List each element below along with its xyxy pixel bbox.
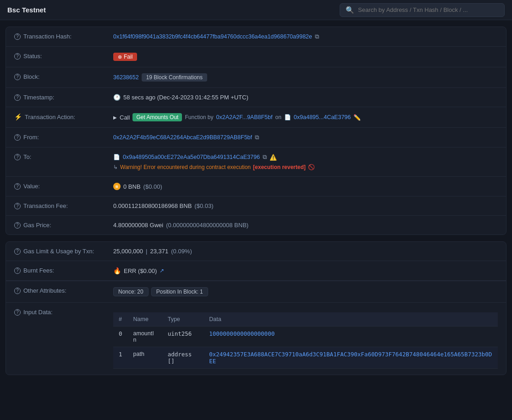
block-number[interactable]: 36238652 (113, 74, 139, 81)
help-icon: ? (14, 309, 21, 316)
from-row: ? From: 0x2A2A2F4b59eC68A2264AbcaE2d9BB8… (6, 128, 506, 147)
help-icon: ? (14, 183, 21, 190)
help-icon: ? (14, 53, 21, 60)
help-icon: ? (14, 134, 21, 141)
help-icon: ? (14, 222, 21, 229)
search-icon: 🔍 (346, 6, 354, 14)
status-value: ⊗ Fail (113, 53, 498, 61)
tx-fee-value: 0.000112180800186968 BNB ($0.03) (113, 202, 498, 209)
from-address[interactable]: 0x2A2A2F4b59eC68A2264AbcaE2d9BB8729AB8F5… (113, 134, 252, 141)
timestamp-label: ? Timestamp: (14, 94, 106, 101)
warning-row: ↳ Warning! Error encountered during cont… (113, 164, 498, 170)
warning-arrow-icon: ↳ (113, 164, 118, 170)
from-value: 0x2A2A2F4b59eC68A2264AbcaE2d9BB8729AB8F5… (113, 134, 498, 141)
cell-index: 1 (113, 347, 128, 369)
table-row: 1 path address[] 0x24942357E3A688ACE7C39… (113, 347, 498, 369)
value-row: ? Value: B 0 BNB ($0.00) (6, 177, 506, 196)
search-input[interactable] (358, 6, 499, 13)
help-icon: ? (14, 154, 21, 160)
value-value: B 0 BNB ($0.00) (113, 183, 498, 190)
gas-price-value: 4.800000008 Gwei (0.000000004800000008 B… (113, 222, 498, 229)
help-icon: ? (14, 33, 21, 40)
warning-triangle-icon: ⚠️ (270, 154, 277, 161)
contract-icon: 📄 (113, 154, 120, 160)
help-icon: ? (14, 94, 21, 101)
table-row: 0 amountIn uint256 1000000000000000000 (113, 327, 498, 347)
logo: Bsc Testnet (7, 6, 46, 14)
tx-hash-row: ? Transaction Hash: 0x1f64f098f9041a3832… (6, 27, 506, 47)
header: Bsc Testnet 🔍 (0, 0, 512, 20)
gas-limit-label: ? Gas Limit & Usage by Txn: (14, 248, 106, 255)
external-link-icon[interactable]: ↗ (160, 267, 164, 274)
status-fail-badge: ⊗ Fail (113, 53, 137, 61)
edit-icon[interactable]: ✏️ (353, 114, 361, 121)
cell-index: 0 (113, 327, 128, 347)
col-data: Data (204, 312, 498, 327)
gas-price-label: ? Gas Price: (14, 222, 106, 229)
tx-hash-value: 0x1f64f098f9041a3832b9fc4f4cb64477fba947… (113, 33, 498, 40)
tx-action-from-addr[interactable]: 0x2A2A2F...9AB8F5bf (216, 114, 273, 120)
to-row: ? To: 📄 0x9a489505a00cE272eAa5e07Dba6491… (6, 147, 506, 177)
help-icon: ? (14, 267, 21, 274)
status-label: ? Status: (14, 53, 106, 60)
other-attr-row: ? Other Attributes: Nonce: 20 Position I… (6, 281, 506, 303)
transaction-details-card: ? Transaction Hash: 0x1f64f098f9041a3832… (6, 27, 506, 235)
from-label: ? From: (14, 134, 106, 141)
position-badge: Position In Block: 1 (151, 287, 208, 296)
timestamp-row: ? Timestamp: 🕐 58 secs ago (Dec-24-2023 … (6, 88, 506, 107)
execution-reverted-text: [execution reverted] (253, 164, 306, 170)
help-icon: ? (14, 74, 21, 80)
tx-action-value: ▶ Call Get Amounts Out Function by 0x2A2… (113, 113, 498, 121)
tx-fee-row: ? Transaction Fee: 0.000112180800186968 … (6, 196, 506, 216)
other-attr-value: Nonce: 20 Position In Block: 1 (113, 287, 498, 296)
burnt-fees-value: 🔥 ERR ($0.00) ↗ (113, 267, 498, 274)
cell-name: amountIn (128, 327, 162, 347)
block-value: 36238652 19 Block Confirmations (113, 73, 498, 82)
help-icon: ? (14, 248, 21, 255)
clock-icon: 🕐 (113, 94, 121, 101)
status-row: ? Status: ⊗ Fail (6, 47, 506, 67)
revert-icon: 🚫 (308, 164, 315, 170)
gas-price-row: ? Gas Price: 4.800000008 Gwei (0.0000000… (6, 216, 506, 235)
input-data-table: # Name Type Data 0 amountIn uint256 1000… (113, 312, 498, 369)
nonce-badge: Nonce: 20 (113, 287, 149, 296)
input-data-label: ? Input Data: (14, 309, 106, 316)
to-value-block: 📄 0x9a489505a00cE272eAa5e07Dba6491314CaE… (113, 153, 498, 170)
gas-limit-value: 25,000,000 | 23,371 (0.09%) (113, 248, 498, 255)
fire-icon: 🔥 (113, 267, 121, 274)
copy-to-icon[interactable]: ⧉ (263, 153, 267, 161)
burnt-fees-row: ? Burnt Fees: 🔥 ERR ($0.00) ↗ (6, 261, 506, 281)
col-hash: # (113, 312, 128, 327)
tx-action-label: ⚡ Transaction Action: (14, 113, 106, 120)
contract-icon: 📄 (284, 114, 291, 120)
bnb-coin-icon: B (113, 183, 121, 190)
cell-name: path (128, 347, 162, 369)
to-address[interactable]: 0x9a489505a00cE272eAa5e07Dba6491314CaE37… (123, 154, 260, 160)
input-data-row: ? Input Data: # Name Type Data 0 amountI… (6, 303, 506, 375)
tx-action-to-addr[interactable]: 0x9a4895...4CaE3796 (294, 114, 351, 120)
fail-dot-icon: ⊗ (118, 54, 122, 60)
gas-details-card: ? Gas Limit & Usage by Txn: 25,000,000 |… (6, 241, 506, 375)
value-label: ? Value: (14, 183, 106, 190)
cell-type: address[] (162, 347, 204, 369)
other-attr-label: ? Other Attributes: (14, 287, 106, 294)
cell-type: uint256 (162, 327, 204, 347)
to-label: ? To: (14, 153, 106, 160)
help-icon: ? (14, 203, 21, 209)
gas-limit-row: ? Gas Limit & Usage by Txn: 25,000,000 |… (6, 242, 506, 261)
table-header-row: # Name Type Data (113, 312, 498, 327)
help-icon: ? (14, 288, 21, 294)
block-label: ? Block: (14, 73, 106, 80)
burnt-fees-label: ? Burnt Fees: (14, 267, 106, 274)
copy-from-icon[interactable]: ⧉ (255, 134, 259, 141)
col-type: Type (162, 312, 204, 327)
call-triangle-icon: ▶ (113, 115, 117, 120)
lightning-icon: ⚡ (14, 113, 22, 120)
col-name: Name (128, 312, 162, 327)
search-bar[interactable]: 🔍 (340, 3, 505, 17)
timestamp-value: 🕐 58 secs ago (Dec-24-2023 01:42:55 PM +… (113, 94, 498, 101)
copy-txhash-icon[interactable]: ⧉ (315, 33, 319, 40)
cell-data: 1000000000000000000 (204, 327, 498, 347)
block-row: ? Block: 36238652 19 Block Confirmations (6, 67, 506, 88)
cell-data: 0x24942357E3A688ACE7C39710aA6d3C91BA1FAC… (204, 347, 498, 369)
